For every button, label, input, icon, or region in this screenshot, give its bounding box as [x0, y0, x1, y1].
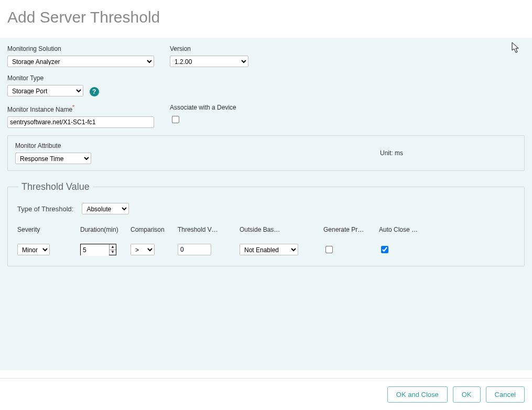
version-label: Version: [170, 45, 332, 52]
monitoring-solution-label: Monitoring Solution: [7, 45, 170, 52]
monitor-instance-name-label: Monitor Instance Name*: [7, 104, 170, 113]
generate-pr-header: Generate Pr…: [323, 226, 379, 233]
monitor-instance-name-input[interactable]: [7, 116, 154, 128]
dialog-footer: OK and Close OK Cancel: [0, 378, 532, 410]
unit-value: ms: [395, 149, 403, 157]
monitor-instance-name-label-text: Monitor Instance Name: [7, 106, 72, 113]
duration-input[interactable]: [81, 244, 109, 256]
help-icon[interactable]: ?: [90, 87, 99, 96]
threshold-grid: Severity Minor Duration(min) ▲ ▼: [17, 226, 515, 255]
required-asterisk-icon: *: [72, 104, 74, 110]
outside-baseline-select[interactable]: Not Enabled: [240, 244, 298, 255]
version-select[interactable]: 1.2.00: [170, 56, 248, 67]
unit-prefix: Unit:: [380, 149, 395, 157]
threshold-value-fieldset: Threshold Value Type of Threshold: Absol…: [7, 181, 525, 266]
monitor-attribute-panel: Monitor Attribute Response Time Unit: ms: [7, 135, 525, 171]
unit-display: Unit: ms: [380, 149, 403, 157]
monitor-attribute-label: Monitor Attribute: [15, 142, 517, 149]
auto-close-checkbox[interactable]: [381, 246, 388, 253]
type-of-threshold-select[interactable]: Absolute: [82, 203, 129, 214]
associate-device-label: Associate with a Device: [170, 104, 332, 111]
severity-header: Severity: [17, 226, 80, 233]
ok-and-close-button[interactable]: OK and Close: [387, 386, 448, 403]
threshold-value-input[interactable]: [178, 244, 211, 255]
ok-button[interactable]: OK: [453, 386, 481, 403]
outside-baseline-header: Outside Bas…: [240, 226, 323, 233]
duration-header: Duration(min): [80, 226, 131, 233]
spinner-up-icon[interactable]: ▲: [110, 244, 116, 250]
page-title: Add Server Threshold: [7, 8, 525, 26]
monitoring-solution-select[interactable]: Storage Analyzer: [7, 56, 154, 67]
associate-device-checkbox[interactable]: [172, 116, 179, 123]
cancel-button[interactable]: Cancel: [486, 386, 525, 403]
monitor-attribute-select[interactable]: Response Time: [15, 153, 91, 164]
duration-spinner[interactable]: ▲ ▼: [80, 244, 116, 255]
comparison-select[interactable]: >: [131, 244, 155, 255]
dialog-header: Add Server Threshold: [0, 0, 532, 38]
monitor-type-label: Monitor Type: [7, 74, 170, 82]
type-of-threshold-label: Type of Threshold:: [17, 205, 73, 213]
comparison-header: Comparison: [131, 226, 178, 233]
form-area: Monitoring Solution Storage Analyzer Ver…: [0, 38, 532, 370]
generate-pr-checkbox[interactable]: [325, 246, 333, 253]
threshold-legend: Threshold Value: [18, 181, 93, 192]
threshold-value-header: Threshold V…: [178, 226, 240, 233]
spinner-down-icon[interactable]: ▼: [110, 250, 116, 255]
auto-close-header: Auto Close …: [379, 226, 435, 233]
monitor-type-select[interactable]: Storage Port: [7, 85, 83, 96]
severity-select[interactable]: Minor: [17, 244, 50, 255]
